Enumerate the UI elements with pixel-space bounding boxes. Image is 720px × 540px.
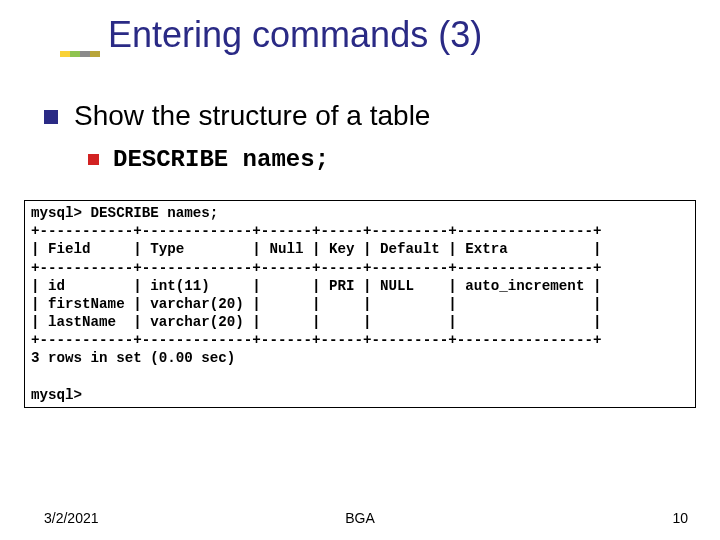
footer: 3/2/2021 BGA 10 [0, 510, 720, 526]
body-area: Show the structure of a table DESCRIBE n… [0, 74, 720, 173]
bullet-level2-text: DESCRIBE names; [113, 146, 329, 173]
bullet-level2: DESCRIBE names; [88, 146, 720, 173]
slide-title: Entering commands (3) [108, 14, 720, 56]
footer-center: BGA [0, 510, 720, 526]
slide: Entering commands (3) Show the structure… [0, 0, 720, 540]
bullet-level1-text: Show the structure of a table [74, 100, 430, 132]
code-box: mysql> DESCRIBE names; +-----------+----… [24, 200, 696, 408]
square-bullet-icon [88, 154, 99, 165]
title-area: Entering commands (3) [0, 0, 720, 56]
square-bullet-icon [44, 110, 58, 124]
title-accent-bar [60, 51, 100, 57]
bullet-level1: Show the structure of a table [44, 100, 720, 132]
